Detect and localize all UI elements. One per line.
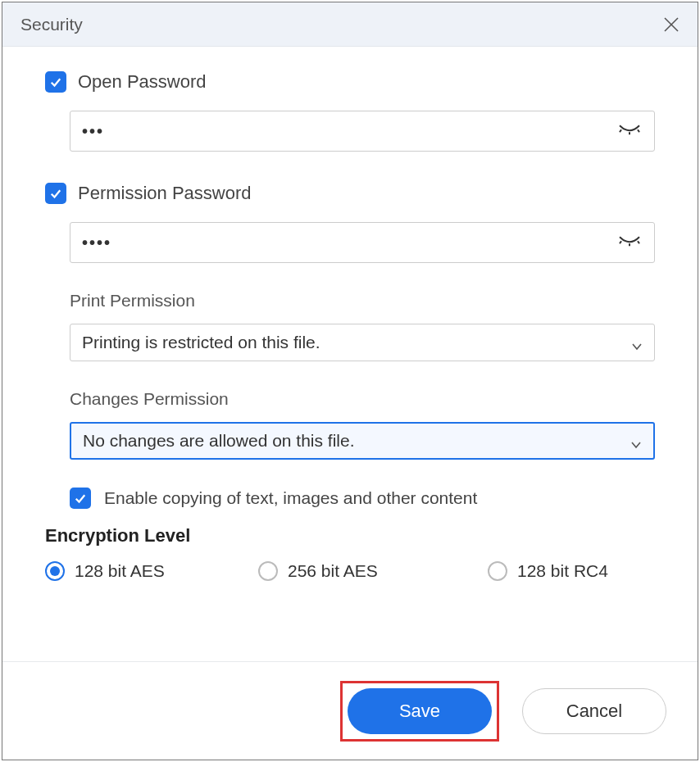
close-icon[interactable] <box>661 15 681 34</box>
print-permission-label: Print Permission <box>70 291 655 311</box>
radio-icon <box>45 561 65 581</box>
encryption-heading: Encryption Level <box>45 525 655 547</box>
save-highlight: Save <box>340 681 499 742</box>
svg-line-2 <box>620 129 621 132</box>
titlebar: Security <box>2 2 698 47</box>
radio-icon <box>488 561 507 581</box>
radio-icon <box>258 561 278 581</box>
enable-copy-label: Enable copying of text, images and other… <box>104 488 477 508</box>
encryption-option-label: 128 bit RC4 <box>517 561 608 581</box>
encryption-option-label: 128 bit AES <box>75 561 165 581</box>
changes-permission-value: No changes are allowed on this file. <box>83 431 355 451</box>
svg-line-5 <box>620 241 621 243</box>
svg-line-7 <box>638 241 639 243</box>
enable-copy-checkbox[interactable] <box>70 488 91 509</box>
print-permission-select[interactable]: Printing is restricted on this file. <box>70 324 655 361</box>
changes-permission-select[interactable]: No changes are allowed on this file. <box>70 422 655 460</box>
permission-password-label: Permission Password <box>78 183 252 204</box>
encryption-option-256-aes[interactable]: 256 bit AES <box>258 561 488 581</box>
open-password-section: Open Password ••• <box>45 71 655 152</box>
dialog-footer: Save Cancel <box>2 661 698 760</box>
chevron-down-icon <box>631 337 643 348</box>
save-button[interactable]: Save <box>348 688 492 734</box>
enable-copy-row: Enable copying of text, images and other… <box>70 488 655 509</box>
eye-closed-icon[interactable] <box>618 234 641 248</box>
open-password-label: Open Password <box>78 71 207 93</box>
open-password-input[interactable]: ••• <box>70 111 655 152</box>
permission-password-input[interactable]: •••• <box>70 222 655 263</box>
svg-line-4 <box>638 129 639 132</box>
encryption-options: 128 bit AES 256 bit AES 128 bit RC4 <box>45 561 655 581</box>
changes-permission-label: Changes Permission <box>70 389 655 409</box>
cancel-button[interactable]: Cancel <box>522 688 666 734</box>
security-dialog: Security Open Password ••• <box>2 2 698 760</box>
encryption-option-128-aes[interactable]: 128 bit AES <box>45 561 258 581</box>
dialog-title: Security <box>20 15 83 34</box>
dialog-body: Open Password ••• Permission Password <box>2 47 698 661</box>
open-password-checkbox[interactable] <box>45 71 66 93</box>
chevron-down-icon <box>630 435 642 447</box>
encryption-option-label: 256 bit AES <box>288 561 378 581</box>
encryption-option-128-rc4[interactable]: 128 bit RC4 <box>488 561 608 581</box>
permission-password-checkbox[interactable] <box>45 183 66 204</box>
print-permission-value: Printing is restricted on this file. <box>82 333 320 352</box>
eye-closed-icon[interactable] <box>618 122 641 137</box>
permission-password-value: •••• <box>82 234 111 252</box>
permission-password-section: Permission Password •••• Print Permissio… <box>45 183 655 509</box>
open-password-value: ••• <box>82 122 104 141</box>
